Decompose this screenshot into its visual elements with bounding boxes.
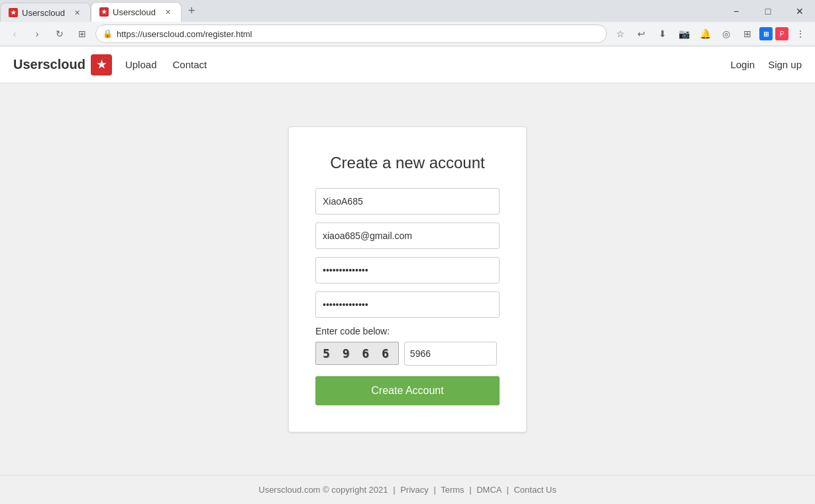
card-title: Create a new account [315,154,500,172]
tab-inactive[interactable]: ★ Userscloud ✕ [0,3,91,22]
footer-link-dmca[interactable]: DMCA [476,485,502,495]
tab-active[interactable]: ★ Userscloud ✕ [91,2,182,22]
footer-link-contact[interactable]: Contact Us [514,485,556,495]
brand-name: Userscloud [13,57,85,72]
minimize-button[interactable]: − [721,1,751,21]
nav-link-upload[interactable]: Upload [125,59,157,70]
app-navbar: Userscloud ★ Upload Contact Login Sign u… [0,46,815,83]
captcha-row: 5 9 6 6 [315,342,500,366]
confirm-password-input[interactable] [315,291,500,318]
tab-label-active: Userscloud [113,7,156,17]
address-field[interactable]: 🔒 https://userscloud.com/register.html [95,25,607,43]
extensions-icon-label: ⊞ [763,30,769,38]
username-input[interactable] [315,188,500,215]
tab-favicon-active: ★ [99,7,109,17]
history-icon[interactable]: ↩ [632,25,651,43]
pocket-icon-label: P [780,30,785,38]
tab-label-inactive: Userscloud [22,8,65,18]
browser-toolbar-icons: ☆ ↩ ⬇ 📷 🔔 ◎ ⊞ ⊞ P ⋮ [611,25,810,43]
footer-copyright: Userscloud.com © copyright 2021 [258,485,388,495]
bookmark-icon[interactable]: ☆ [611,25,629,43]
new-tab-button[interactable]: + [182,0,202,22]
address-bar-row: ‹ › ↻ ⊞ 🔒 https://userscloud.com/registe… [0,22,815,46]
brand-icon: ★ [91,54,112,76]
main-content: Create a new account Enter code below: 5… [0,83,815,475]
tab-close-inactive[interactable]: ✕ [72,7,82,18]
extensions-icon[interactable]: ⊞ [759,27,773,40]
more-button[interactable]: ⋮ [791,25,810,43]
back-button[interactable]: ‹ [5,25,24,43]
close-button[interactable]: ✕ [785,1,815,21]
footer-link-terms[interactable]: Terms [441,485,464,495]
tab-close-active[interactable]: ✕ [162,7,173,17]
apps-icon[interactable]: ⊞ [738,25,757,43]
notification-icon[interactable]: 🔔 [696,25,714,43]
nav-action-login[interactable]: Login [730,59,755,70]
footer: Userscloud.com © copyright 2021 | Privac… [0,475,815,504]
captcha-image: 5 9 6 6 [315,342,399,365]
forward-button[interactable]: › [28,25,46,43]
footer-sep-2: | [433,485,435,495]
footer-sep-4: | [506,485,508,495]
camera-icon[interactable]: 📷 [675,25,693,43]
download-icon[interactable]: ⬇ [653,25,672,43]
captcha-label: Enter code below: [315,326,500,336]
address-text: https://userscloud.com/register.html [117,29,252,39]
create-account-button[interactable]: Create Account [315,376,500,405]
lock-icon: 🔒 [103,29,113,38]
email-input[interactable] [315,223,500,249]
refresh-button[interactable]: ↻ [50,25,69,43]
brand-icon-symbol: ★ [97,58,106,71]
maximize-button[interactable]: □ [753,1,783,21]
password-input[interactable] [315,257,500,283]
nav-action-signup[interactable]: Sign up [768,59,802,70]
footer-sep-3: | [469,485,471,495]
footer-sep-1: | [393,485,395,495]
register-card: Create a new account Enter code below: 5… [288,126,527,432]
pocket-icon[interactable]: P [775,27,788,40]
overview-button[interactable]: ⊞ [73,25,91,43]
nav-link-contact[interactable]: Contact [172,59,207,70]
captcha-input[interactable] [404,342,497,366]
window-controls: − □ ✕ [721,1,815,21]
captcha-code: 5 9 6 6 [323,346,392,360]
tab-favicon-inactive: ★ [9,8,18,17]
profile-icon[interactable]: ◎ [717,25,735,43]
footer-link-privacy[interactable]: Privacy [400,485,429,495]
